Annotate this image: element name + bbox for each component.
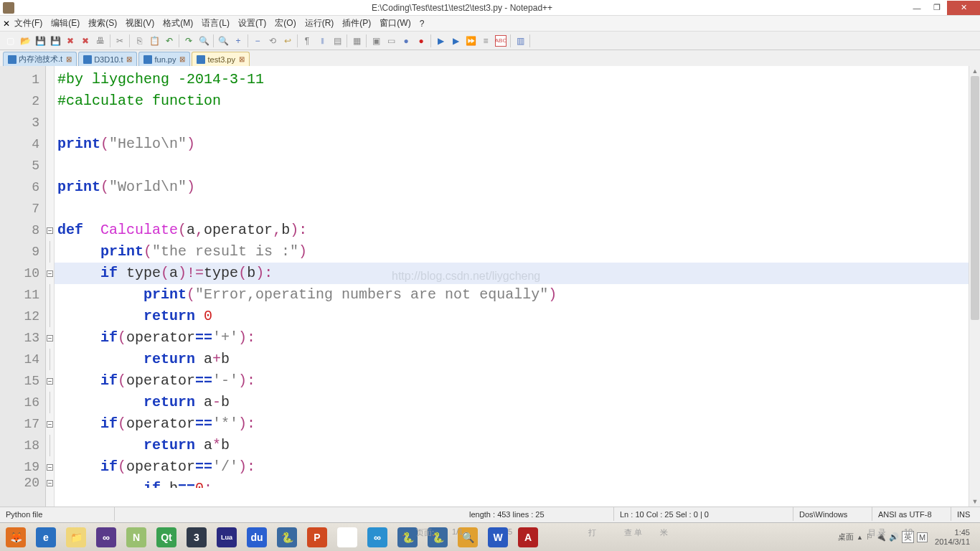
code-line-15[interactable]: if(operator=='-'):: [55, 370, 969, 392]
tab-fun.py[interactable]: fun.py⊠: [138, 52, 190, 66]
code-line-12[interactable]: return 0: [55, 306, 969, 327]
code-line-2[interactable]: #calculate function: [55, 90, 969, 112]
wrap-button[interactable]: ↩: [281, 34, 295, 48]
close-button[interactable]: ✖: [63, 34, 77, 48]
menu-4[interactable]: 格式(M): [159, 16, 197, 31]
menu-2[interactable]: 搜索(S): [84, 16, 121, 31]
ime-lang[interactable]: 英: [902, 531, 914, 543]
abc-button[interactable]: ABC: [494, 34, 508, 48]
taskbar-firefox[interactable]: 🦊: [1, 524, 30, 550]
taskbar-qt[interactable]: Qt: [152, 524, 181, 550]
rec-button[interactable]: ●: [414, 34, 428, 48]
zoom-in-button[interactable]: +: [231, 34, 245, 48]
code-line-11[interactable]: print("Error,operating numbers are not e…: [55, 284, 969, 306]
menu-3[interactable]: 视图(V): [121, 16, 159, 31]
lang-button[interactable]: ▤: [330, 34, 344, 48]
tab-test3.py[interactable]: test3.py⊠: [192, 52, 250, 66]
play-button[interactable]: ▶: [433, 34, 448, 48]
tab-close-icon[interactable]: ⊠: [126, 55, 132, 63]
tray-power-icon[interactable]: 🔌: [876, 532, 886, 542]
fold-marker[interactable]: −: [46, 220, 54, 241]
code-line-14[interactable]: return a+b: [55, 349, 969, 370]
code-line-4[interactable]: print("Hello\n"): [55, 133, 969, 155]
clock[interactable]: 1:45 2014/3/11: [930, 528, 974, 547]
unfold-button[interactable]: ▣: [369, 34, 383, 48]
replace-button[interactable]: 🔍: [216, 34, 230, 48]
code-area[interactable]: http://blog.csdn.net/liygcheng #by liygc…: [55, 66, 969, 507]
save-button[interactable]: 💾: [33, 34, 47, 48]
scroll-down-icon[interactable]: ▼: [969, 496, 980, 507]
taskbar-python[interactable]: 🐍: [273, 524, 301, 550]
menu-5[interactable]: 语言(L): [197, 16, 234, 31]
code-line-19[interactable]: if(operator=='/'):: [55, 456, 969, 478]
taskbar-ie[interactable]: e: [32, 524, 60, 550]
macro-list-button[interactable]: ≡: [479, 34, 493, 48]
panel-button[interactable]: ▥: [513, 34, 527, 48]
ime-mode[interactable]: M: [917, 532, 928, 542]
sync-button[interactable]: ⟲: [265, 34, 280, 48]
print-button[interactable]: 🖶: [93, 34, 108, 48]
maximize-button[interactable]: ❐: [927, 1, 947, 15]
play2-button[interactable]: ▶: [448, 34, 463, 48]
code-line-13[interactable]: if(operator=='+'):: [55, 327, 969, 349]
cut-button[interactable]: ✂: [113, 34, 127, 48]
tray-volume-icon[interactable]: 🔊: [889, 532, 899, 542]
tab-close-icon[interactable]: ⊠: [239, 55, 245, 63]
scroll-up-icon[interactable]: ▲: [969, 66, 980, 76]
editor[interactable]: 1234567891011121314151617181920 −−−−−−− …: [0, 66, 980, 507]
tab-内存池技术.t[interactable]: 内存池技术.t⊠: [3, 52, 77, 66]
fold-button[interactable]: ▦: [349, 34, 364, 48]
paste-button[interactable]: 📋: [147, 34, 161, 48]
code-line-20[interactable]: if b==0:: [55, 478, 969, 488]
menu-9[interactable]: 插件(P): [338, 16, 375, 31]
taskbar-everything[interactable]: 🔍: [453, 524, 482, 550]
scroll-thumb[interactable]: [971, 76, 979, 320]
minimize-button[interactable]: —: [907, 1, 927, 15]
tab-D3D10.t[interactable]: D3D10.t⊠: [78, 52, 137, 66]
menu-11[interactable]: ?: [415, 17, 429, 30]
fold-marker[interactable]: −: [46, 413, 54, 435]
collapse-button[interactable]: ▭: [384, 34, 398, 48]
indent-guide-button[interactable]: ⦀: [315, 34, 329, 48]
taskbar-python2[interactable]: 🐍: [393, 524, 422, 550]
menu-10[interactable]: 窗口(W): [375, 16, 415, 31]
show-desktop-button[interactable]: 桌面: [838, 532, 854, 542]
code-line-6[interactable]: print("World\n"): [55, 176, 969, 198]
tab-close-icon[interactable]: ⊠: [66, 55, 72, 63]
taskbar-baidu[interactable]: du: [242, 524, 271, 550]
code-line-7[interactable]: [55, 198, 969, 220]
play-fast-button[interactable]: ⏩: [463, 34, 478, 48]
new-button[interactable]: ▢: [3, 34, 17, 48]
secondary-close-button[interactable]: ✕: [3, 19, 10, 29]
menu-1[interactable]: 编辑(E): [47, 16, 84, 31]
fold-marker[interactable]: −: [46, 327, 54, 349]
taskbar-notepadpp[interactable]: N: [122, 524, 151, 550]
code-line-10[interactable]: if type(a)!=type(b):: [55, 263, 969, 284]
menu-7[interactable]: 宏(O): [270, 16, 300, 31]
bookmark-button[interactable]: ●: [399, 34, 413, 48]
open-button[interactable]: 📂: [18, 34, 32, 48]
tray-flag-icon[interactable]: ⚐: [866, 532, 873, 542]
fold-column[interactable]: −−−−−−−: [46, 66, 55, 507]
vertical-scrollbar[interactable]: ▲ ▼: [969, 66, 980, 507]
taskbar-lua[interactable]: Lua: [212, 524, 241, 550]
tray-chevron-icon[interactable]: ▲: [857, 534, 863, 541]
zoom-out-button[interactable]: −: [250, 34, 265, 48]
close-button[interactable]: ✕: [947, 1, 980, 15]
undo-button[interactable]: ↶: [162, 34, 176, 48]
fold-marker[interactable]: −: [46, 456, 54, 478]
code-line-1[interactable]: #by liygcheng -2014-3-11: [55, 69, 969, 90]
fold-marker[interactable]: −: [46, 478, 54, 488]
copy-button[interactable]: ⎘: [132, 34, 146, 48]
close-all-button[interactable]: ✖: [78, 34, 93, 48]
menu-0[interactable]: 文件(F): [10, 16, 47, 31]
taskbar-ppt[interactable]: P: [303, 524, 331, 550]
code-line-5[interactable]: [55, 155, 969, 176]
tab-close-icon[interactable]: ⊠: [179, 55, 185, 63]
show-all-button[interactable]: ¶: [300, 34, 314, 48]
save-all-button[interactable]: 💾: [48, 34, 62, 48]
fold-marker[interactable]: −: [46, 263, 54, 284]
taskbar-chrome[interactable]: ◉: [333, 524, 362, 550]
menu-8[interactable]: 运行(R): [301, 16, 339, 31]
taskbar-python3[interactable]: 🐍: [423, 524, 452, 550]
